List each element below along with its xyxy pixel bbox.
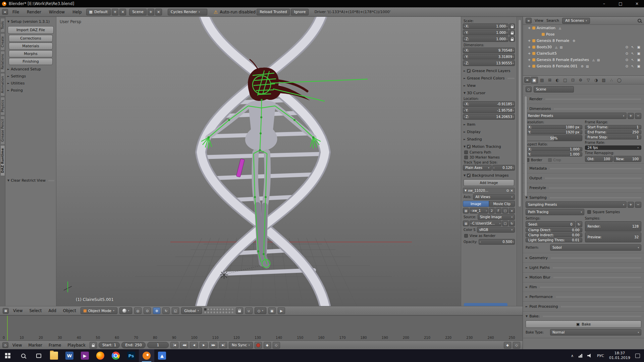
start-button[interactable] xyxy=(0,349,15,362)
menubar-menu[interactable]: Render xyxy=(23,10,45,14)
layer-cell[interactable] xyxy=(207,311,210,314)
tab-world-icon[interactable]: ◐ xyxy=(554,77,561,83)
layer-cell[interactable] xyxy=(228,308,231,311)
cursor-location-field[interactable]: Z: 14.20653 xyxy=(463,114,515,120)
blender-app-icon[interactable] xyxy=(139,349,154,362)
firefox-icon[interactable] xyxy=(93,349,108,362)
layer-cell[interactable] xyxy=(219,308,222,311)
outliner-row[interactable]: + Boots30 ◬ ▤ ⊙ ↖ ▣ xyxy=(523,44,644,50)
checkbox-checked[interactable]: ✓ xyxy=(467,145,471,148)
tab-modifiers-icon[interactable]: ⚙ xyxy=(577,77,584,83)
add-scene-button[interactable]: + xyxy=(148,9,154,15)
sampling-panel-header[interactable]: ▼ Sampling xyxy=(523,194,644,201)
layer-cell[interactable] xyxy=(219,311,222,314)
transport-button[interactable]: ▶▶ xyxy=(209,342,217,348)
properties-scrollbar-thumb[interactable] xyxy=(524,96,527,196)
viewport-menu[interactable]: Add xyxy=(46,308,59,313)
collapsed-shelf-panel[interactable]: ► Advanced Setup xyxy=(5,66,56,73)
properties-collapsed-panel[interactable]: ► Film xyxy=(523,283,644,292)
layer-cell[interactable] xyxy=(210,308,213,311)
viewport-canvas[interactable] xyxy=(56,17,461,306)
render-engine-select[interactable]: Cycles Render ▾ xyxy=(168,9,207,15)
manipulator-translate-icon[interactable]: ⊕ xyxy=(153,307,160,314)
tool-shelf-tab[interactable]: Relations xyxy=(0,51,5,72)
layer-cell[interactable] xyxy=(216,311,219,314)
fps-select[interactable]: 24 fps ▾ xyxy=(585,145,642,150)
image-tab[interactable]: Image xyxy=(463,201,489,207)
crop-checkbox[interactable] xyxy=(548,158,552,162)
remove-preset-button[interactable]: − xyxy=(635,113,641,119)
photoshop-icon[interactable]: Ps xyxy=(123,349,139,362)
checkbox-checked[interactable]: ✓ xyxy=(467,174,471,177)
dimension-axis-field[interactable]: Y: 3.31809 xyxy=(463,54,515,60)
current-frame-field[interactable]: 1 xyxy=(147,342,169,348)
bake-type-select[interactable]: Normal ▾ xyxy=(550,329,641,336)
mode-select[interactable]: Object Mode ▾ xyxy=(80,307,117,314)
panel-grease-pencil-colors[interactable]: ► Grease Pencil Colors xyxy=(463,76,515,81)
pivot-align-icon[interactable]: ⊙ xyxy=(144,307,151,314)
timeline-menu[interactable]: View xyxy=(10,343,24,348)
tab-scene-icon[interactable]: ⊞ xyxy=(546,77,553,83)
search-icon[interactable] xyxy=(638,19,641,22)
character-model[interactable] xyxy=(201,59,368,267)
add-layout-button[interactable]: + xyxy=(112,9,118,15)
view-as-render-checkbox[interactable]: View as Render xyxy=(464,234,514,238)
panel-3d-cursor[interactable]: ▼ 3D Cursor xyxy=(463,90,515,96)
object-name[interactable]: ClaireSuit5 xyxy=(537,51,557,56)
expand-icon[interactable]: + xyxy=(528,45,531,49)
maximize-button[interactable]: □ xyxy=(613,0,628,7)
empty-axes-object[interactable] xyxy=(220,271,228,279)
tool-shelf-tab[interactable]: Animation xyxy=(0,73,5,96)
word-icon[interactable]: W xyxy=(62,349,77,362)
daz-section-button[interactable]: Corrections xyxy=(9,35,53,42)
layer-cell[interactable] xyxy=(225,308,228,311)
properties-collapsed-panel[interactable]: ► Performance xyxy=(523,292,644,302)
render-samples-field[interactable]: Render:128 xyxy=(585,221,642,232)
tab-texture-icon[interactable]: ▨ xyxy=(600,77,607,83)
file-explorer-icon[interactable] xyxy=(46,349,62,362)
seed-field[interactable]: Seed:0 xyxy=(526,221,575,227)
cursor-location-field[interactable]: X: -0.91185 xyxy=(463,101,515,107)
tab-object-icon[interactable]: □ xyxy=(561,77,569,83)
properties-collapsed-panel[interactable]: ► Motion Blur xyxy=(523,273,644,283)
lock-time-icon[interactable] xyxy=(90,342,97,349)
background-image-entry-header[interactable]: ▼ xw_11020... ⊙ × xyxy=(463,188,515,193)
collapsed-shelf-panel[interactable]: ► Posing xyxy=(5,87,56,94)
clamp-direct-field[interactable]: Clamp Direct:0.00 xyxy=(526,228,582,232)
close-icon[interactable]: × xyxy=(511,189,513,192)
lock-icon[interactable] xyxy=(509,36,515,42)
tool-shelf-tab[interactable]: Tools xyxy=(0,18,5,33)
hidden-icons-chevron[interactable]: ∧ xyxy=(571,354,574,358)
collapsed-shelf-panel[interactable]: ► Utilities xyxy=(5,80,56,87)
end-frame-field[interactable]: End:250 xyxy=(121,342,146,348)
editor-type-select[interactable]: ≡ xyxy=(2,9,8,15)
bake-button[interactable]: ▣ Bake xyxy=(526,320,641,328)
object-name[interactable]: Genesis 8 Female.001 xyxy=(537,64,578,68)
colorspace-select[interactable]: sRGB ▾ xyxy=(477,227,515,233)
cursor-location-field[interactable]: Y: -1.95758 xyxy=(463,108,515,113)
start-frame-field[interactable]: Start:1 xyxy=(99,342,120,348)
end-frame-field[interactable]: End Frame:250 xyxy=(585,130,642,134)
layer-cell[interactable] xyxy=(228,311,231,314)
frame-step-field[interactable]: Frame Step:1 xyxy=(585,135,642,139)
expand-icon[interactable]: + xyxy=(528,26,531,30)
opengl-render-anim-icon[interactable]: ▶ xyxy=(278,307,285,314)
daz-section-button[interactable]: Morphs xyxy=(9,50,53,57)
transport-button[interactable]: ▶| xyxy=(219,342,227,348)
add-preset-button[interactable]: + xyxy=(628,202,634,208)
tab-particles-icon[interactable]: ∴ xyxy=(608,77,615,83)
tab-physics-icon[interactable]: ◯ xyxy=(615,77,623,83)
open-image-button[interactable]: □ xyxy=(502,208,508,214)
menubar-menu[interactable]: Help xyxy=(69,10,85,14)
scene-datablock[interactable]: Scene xyxy=(534,86,574,93)
tab-material-icon[interactable]: ◑ xyxy=(592,77,600,83)
layer-cell[interactable] xyxy=(213,311,216,314)
preview-samples-field[interactable]: Preview:32 xyxy=(585,232,642,243)
panel-display[interactable]: ► Display xyxy=(463,129,515,134)
object-name[interactable]: Pose xyxy=(546,32,554,37)
layer-cell[interactable] xyxy=(225,311,228,314)
layers-widget[interactable] xyxy=(204,308,234,314)
taskbar-clock[interactable]: 18:37 01.01.2019 xyxy=(609,351,630,361)
layer-cell[interactable] xyxy=(213,308,216,311)
taskbar-search-button[interactable] xyxy=(15,349,31,362)
